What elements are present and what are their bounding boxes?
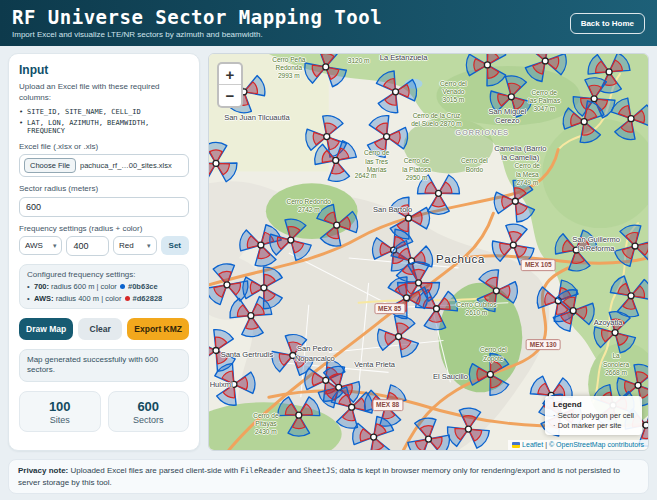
required-columns-item: SITE_ID, SITE_NAME, CELL_ID <box>19 108 189 116</box>
privacy-note: Privacy note: Uploaded Excel files are p… <box>8 459 649 494</box>
site-dot-marker <box>288 237 294 243</box>
choose-file-button[interactable]: Choose File <box>24 158 76 173</box>
site-dot-marker <box>323 64 329 70</box>
export-kmz-button[interactable]: Export KMZ <box>127 318 189 340</box>
upload-instructions: Upload an Excel file with these required… <box>19 82 189 104</box>
osm-link[interactable]: © OpenStreetMap contributors <box>549 441 644 448</box>
site-dot-marker <box>508 94 514 100</box>
site-dot-marker <box>396 334 402 340</box>
site-dot-marker <box>435 190 441 196</box>
site-dot-marker <box>573 247 579 253</box>
sector-layer <box>209 54 648 450</box>
frequency-band-value: AWS <box>25 241 43 250</box>
action-buttons: Draw Map Clear Export KMZ <box>19 318 189 340</box>
back-to-home-button[interactable]: Back to Home <box>570 13 645 34</box>
site-dot-marker <box>333 157 339 163</box>
color-dot-icon <box>125 296 130 301</box>
map-attribution: Leaflet | © OpenStreetMap contributors <box>508 440 648 450</box>
sectors-count: 600 <box>109 399 189 414</box>
frequency-color-select[interactable]: Red ▾ <box>113 236 156 255</box>
site-dot-marker <box>484 62 490 68</box>
map-legend: Legend Sector polygon per cell Dot marke… <box>545 396 642 435</box>
site-dot-marker <box>591 96 597 102</box>
site-dot-marker <box>393 89 399 95</box>
site-dot-marker <box>384 134 390 140</box>
ukraine-flag-icon <box>512 442 520 448</box>
frequency-settings-row: AWS ▾ Red ▾ Set <box>19 236 189 256</box>
header-titles: RF Universe Sector Mapping Tool Import E… <box>12 7 382 39</box>
site-dot-marker <box>426 436 432 442</box>
site-dot-marker <box>643 422 648 428</box>
privacy-note-label: Privacy note: <box>18 466 68 475</box>
zoom-in-button[interactable]: + <box>219 64 241 85</box>
config-band: 700: <box>34 282 49 291</box>
privacy-note-text: Uploaded Excel files are parsed client-s… <box>68 466 240 475</box>
site-dot-marker <box>406 215 412 221</box>
zoom-out-button[interactable]: − <box>219 85 241 106</box>
config-hex: #d62828 <box>133 294 163 303</box>
config-text: radius 600 m | color <box>51 282 117 291</box>
sectors-stat-card: 600 Sectors <box>108 391 190 432</box>
site-dot-marker <box>433 306 439 312</box>
configured-setting-item: AWS: radius 400 m | color #d62828 <box>27 294 181 303</box>
site-dot-marker <box>224 282 230 288</box>
site-dot-marker <box>248 313 254 319</box>
site-dot-marker <box>231 381 237 387</box>
site-dot-marker <box>213 348 219 354</box>
site-dot-marker <box>512 198 518 204</box>
site-dot-marker <box>383 402 389 408</box>
config-text: radius 400 m | color <box>56 294 122 303</box>
sites-label: Sites <box>20 415 100 425</box>
legend-item: Dot marker per site <box>553 421 634 430</box>
map-canvas[interactable]: La Estanzuela3120 mCerro Peña Redonda 29… <box>208 53 649 451</box>
site-dot-marker <box>612 330 618 336</box>
site-dot-marker <box>632 243 638 249</box>
site-dot-marker <box>324 134 330 140</box>
config-band: AWS: <box>34 294 54 303</box>
site-dot-marker <box>213 160 219 166</box>
site-dot-marker <box>581 119 587 125</box>
main-content: Input Upload an Excel file with these re… <box>0 46 657 455</box>
sites-count: 100 <box>20 399 100 414</box>
input-panel: Input Upload an Excel file with these re… <box>8 53 200 451</box>
set-button[interactable]: Set <box>161 236 189 255</box>
site-dot-marker <box>628 116 634 122</box>
clear-button[interactable]: Clear <box>78 318 122 340</box>
sites-stat-card: 100 Sites <box>19 391 101 432</box>
site-dot-marker <box>323 377 329 383</box>
site-dot-marker <box>349 404 355 410</box>
app-header: RF Universe Sector Mapping Tool Import E… <box>0 0 657 46</box>
site-dot-marker <box>487 371 493 377</box>
status-message: Map generated successfully with 600 sect… <box>19 349 189 383</box>
privacy-note-text: and <box>286 466 304 475</box>
sector-radius-label: Sector radius (meters) <box>19 184 189 193</box>
leaflet-link[interactable]: Leaflet <box>522 441 543 448</box>
color-dot-icon <box>120 284 125 289</box>
frequency-radius-input[interactable] <box>66 236 109 256</box>
panel-heading: Input <box>19 63 189 77</box>
attribution-separator: | <box>545 441 547 448</box>
site-dot-marker <box>290 352 296 358</box>
frequency-band-select[interactable]: AWS ▾ <box>19 236 62 255</box>
site-dot-marker <box>261 285 267 291</box>
map-zoom-control: + − <box>217 62 243 108</box>
legend-title: Legend <box>553 400 634 409</box>
chevron-down-icon: ▾ <box>53 242 57 250</box>
site-dot-marker <box>510 242 516 248</box>
configured-settings-heading: Configured frequency settings: <box>27 270 181 279</box>
frequency-settings-label: Frequency settings (radius + color) <box>19 224 189 233</box>
configured-settings-box: Configured frequency settings: 700: radi… <box>19 264 189 309</box>
site-dot-marker <box>404 295 410 301</box>
app-window: RF Universe Sector Mapping Tool Import E… <box>0 0 657 500</box>
sector-radius-input[interactable] <box>19 197 189 217</box>
frequency-color-value: Red <box>119 241 134 250</box>
draw-map-button[interactable]: Draw Map <box>19 318 73 340</box>
site-dot-marker <box>371 434 377 440</box>
site-dot-marker <box>606 69 612 75</box>
site-dot-marker <box>542 58 548 64</box>
excel-file-label: Excel file (.xlsx or .xls) <box>19 142 189 151</box>
site-dot-marker <box>628 293 634 299</box>
filereader-code: FileReader <box>240 466 285 475</box>
site-dot-marker <box>635 382 641 388</box>
file-input[interactable]: Choose File pachuca_rf_…00_sites.xlsx <box>19 154 189 177</box>
